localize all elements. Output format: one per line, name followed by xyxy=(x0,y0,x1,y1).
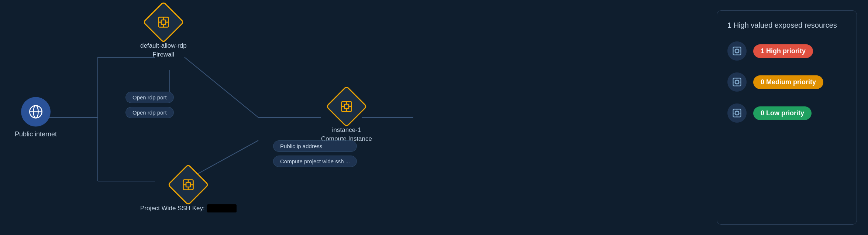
high-priority-icon xyxy=(727,41,747,61)
svg-rect-25 xyxy=(344,104,349,109)
compute-node: instance-1 Compute Instance xyxy=(321,92,372,143)
compute-tag-1[interactable]: Public ip address xyxy=(273,140,357,152)
low-priority-icon xyxy=(727,103,747,123)
public-internet-label: Public internet xyxy=(15,130,57,138)
priority-row-medium: 0 Medium priority xyxy=(727,72,846,92)
ssh-diamond xyxy=(168,164,209,206)
priority-row-high: 1 High priority xyxy=(727,41,846,61)
svg-rect-43 xyxy=(735,111,738,115)
compute-tag-2[interactable]: Compute project wide ssh ... xyxy=(273,156,357,167)
svg-rect-31 xyxy=(735,49,738,52)
compute-tags: Public ip address Compute project wide s… xyxy=(273,140,357,167)
diagram-area: Public internet default-allow-rdp xyxy=(0,0,717,235)
medium-priority-badge[interactable]: 0 Medium priority xyxy=(753,75,823,89)
firewall-diamond xyxy=(142,1,184,43)
svg-rect-37 xyxy=(735,80,738,84)
firewall-icon xyxy=(157,16,170,29)
ssh-redacted xyxy=(207,204,237,212)
main-container: Public internet default-allow-rdp xyxy=(0,0,868,235)
public-internet-node: Public internet xyxy=(15,97,57,138)
firewall-tag-1[interactable]: Open rdp port xyxy=(125,92,174,103)
firewall-tags: Open rdp port Open rdp port xyxy=(125,92,174,118)
svg-rect-13 xyxy=(161,20,166,24)
public-internet-icon xyxy=(21,97,51,127)
firewall-tag-2[interactable]: Open rdp port xyxy=(125,107,174,118)
svg-rect-19 xyxy=(186,183,190,187)
ssh-icon xyxy=(182,178,195,191)
firewall-label: default-allow-rdp Firewall xyxy=(140,41,187,59)
compute-diamond xyxy=(326,86,367,127)
firewall-node: default-allow-rdp Firewall xyxy=(140,7,187,59)
ssh-node: Project Wide SSH Key: xyxy=(140,170,237,213)
ssh-label: Project Wide SSH Key: xyxy=(140,204,237,213)
high-priority-badge[interactable]: 1 High priority xyxy=(753,44,813,58)
priority-row-low: 0 Low priority xyxy=(727,103,846,123)
low-priority-badge[interactable]: 0 Low priority xyxy=(753,106,812,120)
compute-icon xyxy=(340,100,353,113)
svg-line-4 xyxy=(185,57,258,117)
panel-title: 1 High valued exposed resources xyxy=(727,21,846,30)
right-panel: 1 High valued exposed resources 1 High p… xyxy=(717,10,857,225)
ssh-label-row: Project Wide SSH Key: xyxy=(140,204,237,213)
medium-priority-icon xyxy=(727,72,747,92)
